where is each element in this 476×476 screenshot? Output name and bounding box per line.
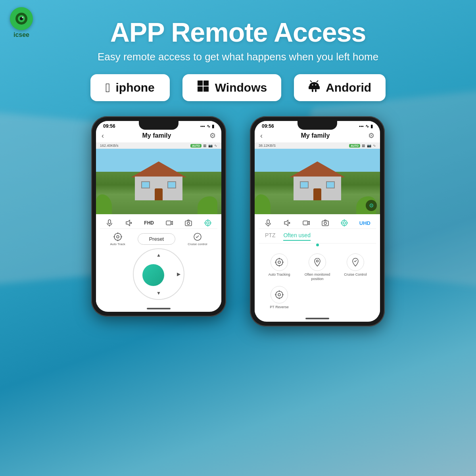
svg-point-50 — [343, 222, 345, 224]
svg-point-63 — [278, 294, 280, 296]
phone-app-header-right: ‹ My family ⚙ — [255, 130, 380, 142]
wifi-icon-right: ∿ — [365, 124, 369, 129]
battery-icon: ▮ — [212, 124, 214, 129]
auto-tracking-icon — [271, 253, 288, 271]
cruise-control-label: Cruise Control — [344, 273, 367, 277]
svg-point-34 — [117, 236, 119, 238]
svg-point-48 — [324, 222, 326, 225]
camera-toolbar-right: 38.12KB/S AUTO ▦ 📷 ∿ — [255, 142, 380, 149]
uhd-label-text: UHD — [359, 220, 370, 226]
platform-iphone[interactable]:  iphone — [90, 74, 170, 101]
speed-left: 162.40KB/s — [100, 144, 119, 148]
controls-area-left: FHD — [96, 214, 221, 305]
svg-point-55 — [276, 259, 283, 266]
controls-area-right: UHD PTZ Often used — [255, 214, 380, 315]
wifi-toolbar-icon-right: ∿ — [373, 144, 376, 148]
camera-toolbar-left: 162.40KB/s AUTO ▦ 📷 ∿ — [96, 142, 221, 149]
android-icon — [308, 80, 320, 95]
photo-button-right[interactable] — [321, 219, 329, 227]
pt-reverse-item[interactable]: PT Reverse — [263, 286, 296, 309]
svg-point-11 — [315, 84, 317, 86]
icon-row-left: FHD — [100, 217, 217, 229]
target-button-right[interactable] — [340, 219, 348, 227]
cruise-control-item[interactable]: Cruise Control — [339, 253, 372, 281]
signal-icon-right: ▪▪▪ — [359, 124, 364, 129]
record-button-left[interactable] — [165, 219, 173, 227]
cruise-button[interactable]: Cruise control — [188, 232, 207, 246]
camera-settings-overlay[interactable]: ⚙ — [366, 200, 377, 211]
volume-button-right[interactable] — [283, 219, 291, 227]
settings-gear-right[interactable]: ⚙ — [368, 131, 374, 140]
preset-button[interactable]: Preset — [138, 233, 176, 245]
camera-feed-left — [96, 149, 221, 214]
auto-tracking-item[interactable]: Auto Tracking — [263, 253, 296, 281]
phones-row: 09:56 ▪▪▪ ∿ ▮ ‹ My family ⚙ 162.40KB/s — [91, 116, 385, 326]
svg-point-27 — [205, 220, 211, 226]
auto-track-button[interactable]: Auto Track — [110, 232, 125, 246]
platform-windows[interactable]: Windows — [182, 74, 281, 101]
settings-gear-left[interactable]: ⚙ — [209, 131, 216, 140]
ptz-area-left: Auto Track Preset Cruise control — [100, 229, 217, 303]
ptz-tab-button[interactable]: PTZ — [265, 232, 275, 241]
ptz-down-arrow[interactable]: ▼ — [156, 290, 161, 296]
pt-reverse-label: PT Reverse — [270, 305, 288, 309]
svg-rect-9 — [309, 85, 319, 89]
fhd-button-left[interactable]: FHD — [144, 220, 154, 226]
auto-badge-left: AUTO — [190, 144, 202, 148]
back-arrow-right[interactable]: ‹ — [260, 132, 263, 140]
icon-row-right: UHD — [259, 217, 376, 229]
battery-icon-right: ▮ — [370, 124, 373, 129]
platform-android[interactable]: Andorid — [294, 74, 386, 101]
grid-icon-right: ▦ — [362, 144, 365, 148]
mic-button-right[interactable] — [264, 219, 272, 227]
home-indicator-right — [305, 318, 329, 319]
phone-screen-right: 09:56 ▪▪▪ ∿ ▮ ‹ My family ⚙ 38.12KB/S — [255, 121, 380, 322]
page-title: APP Remote Access — [110, 17, 366, 48]
wifi-icon: ∿ — [207, 124, 210, 129]
ptz-up-arrow[interactable]: ▲ — [156, 252, 161, 258]
status-time-right: 09:56 — [262, 123, 274, 129]
svg-point-62 — [276, 291, 283, 298]
status-time-left: 09:56 — [103, 123, 115, 129]
wifi-toolbar-icon: ∿ — [214, 144, 217, 148]
ptz-right-arrow[interactable]: ▶ — [177, 271, 180, 277]
svg-rect-17 — [315, 89, 317, 92]
uhd-button-right[interactable]: UHD — [359, 220, 370, 226]
ptz-icons-grid: Auto Tracking Often monitored position — [259, 250, 376, 313]
status-icons-right: ▪▪▪ ∿ ▮ — [359, 124, 373, 129]
photo-button-left[interactable] — [184, 219, 192, 227]
family-title-left: My family — [142, 132, 171, 139]
svg-rect-47 — [322, 221, 328, 226]
phone-screen-left: 09:56 ▪▪▪ ∿ ▮ ‹ My family ⚙ 162.40KB/s — [96, 121, 221, 312]
status-icons-left: ▪▪▪ ∿ ▮ — [200, 124, 214, 129]
svg-marker-42 — [284, 220, 288, 226]
target-button-left[interactable] — [204, 219, 212, 227]
platform-row:  iphone Windows — [90, 74, 386, 101]
ptz-joystick[interactable]: ▲ ▼ ▶ — [133, 248, 184, 300]
record-button-right[interactable] — [302, 219, 310, 227]
cruise-control-icon — [347, 253, 364, 271]
often-monitored-icon — [309, 253, 326, 271]
svg-point-49 — [342, 220, 347, 226]
house-image-right — [290, 165, 345, 200]
cruise-label: Cruise control — [188, 242, 207, 246]
svg-line-13 — [317, 81, 318, 82]
ptz-row1-left: Auto Track Preset Cruise control — [104, 232, 213, 246]
svg-point-61 — [317, 260, 319, 262]
phone-notch-left — [139, 121, 178, 130]
volume-button-left[interactable] — [125, 219, 133, 227]
often-used-tab-button[interactable]: Often used — [283, 232, 311, 241]
mic-button-left[interactable] — [106, 219, 113, 227]
svg-rect-18 — [108, 220, 111, 224]
back-arrow-left[interactable]: ‹ — [102, 132, 104, 140]
svg-point-56 — [278, 261, 280, 263]
auto-badge-right: AUTO — [349, 144, 360, 148]
svg-rect-4 — [198, 81, 203, 86]
svg-point-28 — [207, 222, 209, 224]
svg-marker-46 — [308, 221, 309, 225]
windows-label: Windows — [215, 81, 267, 94]
ptz-inner-circle — [142, 264, 164, 286]
often-monitored-item[interactable]: Often monitored position — [301, 253, 334, 281]
svg-rect-7 — [203, 86, 209, 92]
speed-right: 38.12KB/S — [259, 144, 276, 148]
